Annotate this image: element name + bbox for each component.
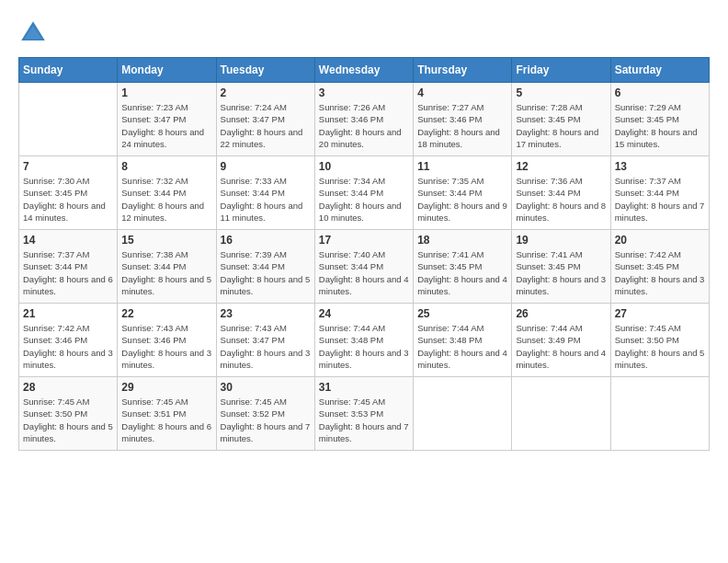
day-number: 7 xyxy=(23,160,113,173)
day-cell: 10Sunrise: 7:34 AMSunset: 3:44 PMDayligh… xyxy=(314,156,413,230)
day-cell: 24Sunrise: 7:44 AMSunset: 3:48 PMDayligh… xyxy=(314,304,413,377)
day-info: Sunrise: 7:45 AMSunset: 3:50 PMDaylight:… xyxy=(615,322,705,371)
day-number: 11 xyxy=(417,160,507,173)
day-info: Sunrise: 7:44 AMSunset: 3:48 PMDaylight:… xyxy=(319,322,409,371)
header-day-thursday: Thursday xyxy=(414,58,512,83)
day-info: Sunrise: 7:38 AMSunset: 3:44 PMDaylight:… xyxy=(121,248,211,297)
day-number: 21 xyxy=(23,307,113,320)
day-info: Sunrise: 7:34 AMSunset: 3:44 PMDaylight:… xyxy=(319,175,409,224)
day-info: Sunrise: 7:32 AMSunset: 3:44 PMDaylight:… xyxy=(121,175,211,224)
day-cell: 27Sunrise: 7:45 AMSunset: 3:50 PMDayligh… xyxy=(610,304,709,377)
day-cell: 23Sunrise: 7:43 AMSunset: 3:47 PMDayligh… xyxy=(216,304,314,377)
day-cell: 29Sunrise: 7:45 AMSunset: 3:51 PMDayligh… xyxy=(118,377,216,451)
day-cell: 13Sunrise: 7:37 AMSunset: 3:44 PMDayligh… xyxy=(610,156,709,230)
day-cell: 26Sunrise: 7:44 AMSunset: 3:49 PMDayligh… xyxy=(512,304,610,377)
day-info: Sunrise: 7:45 AMSunset: 3:53 PMDaylight:… xyxy=(319,396,409,444)
day-cell: 4Sunrise: 7:27 AMSunset: 3:46 PMDaylight… xyxy=(414,83,512,156)
day-cell xyxy=(19,83,118,156)
day-cell: 5Sunrise: 7:28 AMSunset: 3:45 PMDaylight… xyxy=(512,83,610,156)
day-cell: 3Sunrise: 7:26 AMSunset: 3:46 PMDaylight… xyxy=(314,83,413,156)
day-cell: 22Sunrise: 7:43 AMSunset: 3:46 PMDayligh… xyxy=(118,304,216,377)
day-info: Sunrise: 7:42 AMSunset: 3:46 PMDaylight:… xyxy=(23,322,113,371)
day-info: Sunrise: 7:42 AMSunset: 3:45 PMDaylight:… xyxy=(615,248,705,297)
week-row-1: 1Sunrise: 7:23 AMSunset: 3:47 PMDaylight… xyxy=(19,83,710,156)
day-number: 16 xyxy=(221,234,311,247)
day-number: 12 xyxy=(516,160,606,173)
day-cell xyxy=(512,377,610,451)
header-day-monday: Monday xyxy=(118,58,216,83)
day-info: Sunrise: 7:27 AMSunset: 3:46 PMDaylight:… xyxy=(417,101,507,150)
day-info: Sunrise: 7:33 AMSunset: 3:44 PMDaylight:… xyxy=(221,175,311,224)
day-info: Sunrise: 7:43 AMSunset: 3:47 PMDaylight:… xyxy=(221,322,311,371)
header-day-saturday: Saturday xyxy=(610,58,709,83)
day-number: 26 xyxy=(516,307,606,320)
header-day-wednesday: Wednesday xyxy=(314,58,413,83)
day-cell: 18Sunrise: 7:41 AMSunset: 3:45 PMDayligh… xyxy=(414,230,512,304)
day-info: Sunrise: 7:36 AMSunset: 3:44 PMDaylight:… xyxy=(516,175,606,224)
day-number: 14 xyxy=(23,234,113,247)
day-cell: 1Sunrise: 7:23 AMSunset: 3:47 PMDaylight… xyxy=(118,83,216,156)
day-cell: 9Sunrise: 7:33 AMSunset: 3:44 PMDaylight… xyxy=(216,156,314,230)
day-number: 29 xyxy=(121,381,211,394)
day-info: Sunrise: 7:29 AMSunset: 3:45 PMDaylight:… xyxy=(615,101,705,150)
day-number: 8 xyxy=(121,160,211,173)
day-info: Sunrise: 7:39 AMSunset: 3:44 PMDaylight:… xyxy=(221,248,311,297)
day-number: 24 xyxy=(319,307,409,320)
day-cell: 12Sunrise: 7:36 AMSunset: 3:44 PMDayligh… xyxy=(512,156,610,230)
day-number: 3 xyxy=(319,86,409,99)
day-info: Sunrise: 7:30 AMSunset: 3:45 PMDaylight:… xyxy=(23,175,113,224)
day-number: 9 xyxy=(221,160,311,173)
day-number: 1 xyxy=(121,86,211,99)
day-info: Sunrise: 7:37 AMSunset: 3:44 PMDaylight:… xyxy=(23,248,113,297)
day-cell: 15Sunrise: 7:38 AMSunset: 3:44 PMDayligh… xyxy=(118,230,216,304)
day-cell: 28Sunrise: 7:45 AMSunset: 3:50 PMDayligh… xyxy=(19,377,118,451)
day-info: Sunrise: 7:23 AMSunset: 3:47 PMDaylight:… xyxy=(121,101,211,150)
day-cell: 6Sunrise: 7:29 AMSunset: 3:45 PMDaylight… xyxy=(610,83,709,156)
day-cell: 25Sunrise: 7:44 AMSunset: 3:48 PMDayligh… xyxy=(414,304,512,377)
day-info: Sunrise: 7:37 AMSunset: 3:44 PMDaylight:… xyxy=(615,175,705,224)
day-number: 28 xyxy=(23,381,113,394)
day-cell: 14Sunrise: 7:37 AMSunset: 3:44 PMDayligh… xyxy=(19,230,118,304)
day-number: 17 xyxy=(319,234,409,247)
day-number: 20 xyxy=(615,234,705,247)
day-number: 31 xyxy=(319,381,409,394)
day-cell: 30Sunrise: 7:45 AMSunset: 3:52 PMDayligh… xyxy=(216,377,314,451)
header-day-friday: Friday xyxy=(512,58,610,83)
day-number: 2 xyxy=(221,86,311,99)
header-day-tuesday: Tuesday xyxy=(216,58,314,83)
day-info: Sunrise: 7:35 AMSunset: 3:44 PMDaylight:… xyxy=(417,175,507,224)
day-number: 22 xyxy=(121,307,211,320)
day-info: Sunrise: 7:45 AMSunset: 3:50 PMDaylight:… xyxy=(23,396,113,444)
day-cell: 21Sunrise: 7:42 AMSunset: 3:46 PMDayligh… xyxy=(19,304,118,377)
day-number: 18 xyxy=(417,234,507,247)
day-number: 19 xyxy=(516,234,606,247)
day-info: Sunrise: 7:40 AMSunset: 3:44 PMDaylight:… xyxy=(319,248,409,297)
day-cell xyxy=(610,377,709,451)
day-number: 5 xyxy=(516,86,606,99)
day-number: 10 xyxy=(319,160,409,173)
day-info: Sunrise: 7:28 AMSunset: 3:45 PMDaylight:… xyxy=(516,101,606,150)
day-cell: 31Sunrise: 7:45 AMSunset: 3:53 PMDayligh… xyxy=(314,377,413,451)
day-cell: 2Sunrise: 7:24 AMSunset: 3:47 PMDaylight… xyxy=(216,83,314,156)
day-number: 15 xyxy=(121,234,211,247)
day-cell: 16Sunrise: 7:39 AMSunset: 3:44 PMDayligh… xyxy=(216,230,314,304)
day-info: Sunrise: 7:41 AMSunset: 3:45 PMDaylight:… xyxy=(417,248,507,297)
day-number: 13 xyxy=(615,160,705,173)
day-cell xyxy=(414,377,512,451)
week-row-3: 14Sunrise: 7:37 AMSunset: 3:44 PMDayligh… xyxy=(19,230,710,304)
day-info: Sunrise: 7:41 AMSunset: 3:45 PMDaylight:… xyxy=(516,248,606,297)
logo-icon xyxy=(18,18,48,48)
day-number: 6 xyxy=(615,86,705,99)
day-info: Sunrise: 7:44 AMSunset: 3:49 PMDaylight:… xyxy=(516,322,606,371)
calendar-header-row: SundayMondayTuesdayWednesdayThursdayFrid… xyxy=(19,58,710,83)
calendar-table: SundayMondayTuesdayWednesdayThursdayFrid… xyxy=(18,57,710,451)
day-cell: 20Sunrise: 7:42 AMSunset: 3:45 PMDayligh… xyxy=(610,230,709,304)
header xyxy=(18,18,710,48)
day-number: 23 xyxy=(221,307,311,320)
header-day-sunday: Sunday xyxy=(19,58,118,83)
week-row-4: 21Sunrise: 7:42 AMSunset: 3:46 PMDayligh… xyxy=(19,304,710,377)
week-row-2: 7Sunrise: 7:30 AMSunset: 3:45 PMDaylight… xyxy=(19,156,710,230)
day-info: Sunrise: 7:45 AMSunset: 3:51 PMDaylight:… xyxy=(121,396,211,444)
day-info: Sunrise: 7:45 AMSunset: 3:52 PMDaylight:… xyxy=(221,396,311,444)
day-info: Sunrise: 7:24 AMSunset: 3:47 PMDaylight:… xyxy=(221,101,311,150)
